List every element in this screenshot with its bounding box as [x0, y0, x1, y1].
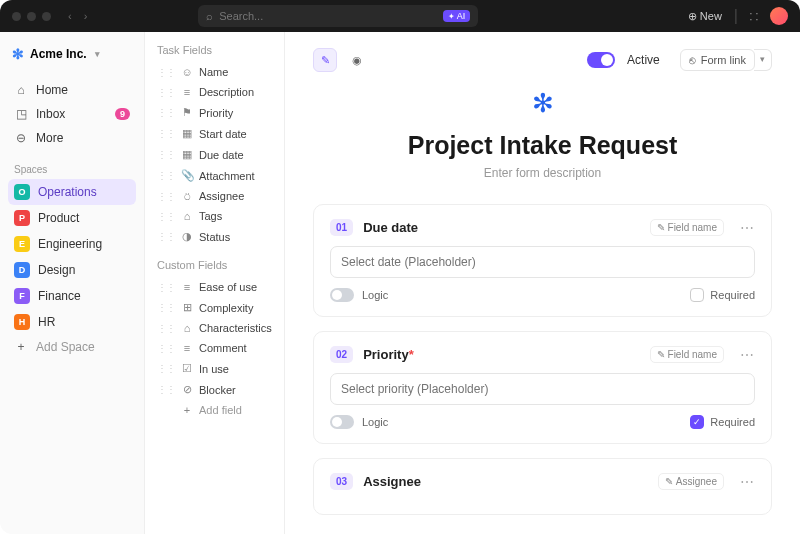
- edit-icon: ✎: [665, 476, 673, 487]
- edit-mode-button[interactable]: ✎: [313, 48, 337, 72]
- field-item[interactable]: ⋮⋮⌂Tags: [153, 206, 276, 226]
- cal-icon: ▦: [181, 127, 193, 140]
- preview-button[interactable]: ◉: [345, 48, 369, 72]
- nav-more[interactable]: ⊖More: [8, 126, 136, 150]
- space-item-hr[interactable]: HHR: [8, 309, 136, 335]
- apps-grid-icon[interactable]: ⸬: [750, 9, 758, 23]
- field-item[interactable]: ⋮⋮≡Description: [153, 82, 276, 102]
- tag-icon: ⌂: [181, 210, 193, 222]
- field-item[interactable]: ⋮⋮▦Start date: [153, 123, 276, 144]
- step-number: 01: [330, 219, 353, 236]
- form-link-button[interactable]: ⎋Form link: [680, 49, 755, 71]
- drag-handle-icon[interactable]: ⋮⋮: [157, 343, 175, 354]
- drag-handle-icon[interactable]: ⋮⋮: [157, 67, 175, 78]
- field-name-chip[interactable]: ✎Field name: [650, 346, 724, 363]
- text-icon: ≡: [181, 86, 193, 98]
- nav-forward-icon[interactable]: ›: [81, 10, 91, 22]
- drag-handle-icon[interactable]: ⋮⋮: [157, 302, 175, 313]
- field-label: Complexity: [199, 302, 253, 314]
- field-item[interactable]: ⋮⋮⊘Blocker: [153, 379, 276, 400]
- field-label: Assignee: [199, 190, 244, 202]
- form-logo-icon[interactable]: ✻: [532, 88, 554, 119]
- new-button[interactable]: ⊕New: [688, 10, 722, 23]
- field-item[interactable]: ⋮⋮≡Ease of use: [153, 277, 276, 297]
- active-toggle[interactable]: [587, 52, 615, 68]
- logic-label: Logic: [362, 416, 388, 428]
- ai-badge[interactable]: ✦ AI: [443, 10, 471, 22]
- add-space-button[interactable]: +Add Space: [8, 335, 136, 359]
- required-label: Required: [710, 416, 755, 428]
- field-item[interactable]: ⋮⋮⚑Priority: [153, 102, 276, 123]
- space-item-operations[interactable]: OOperations: [8, 179, 136, 205]
- workspace-switcher[interactable]: ✻ Acme Inc. ▾: [8, 42, 136, 66]
- drag-handle-icon[interactable]: ⋮⋮: [157, 384, 175, 395]
- field-placeholder-input[interactable]: [330, 373, 755, 405]
- drag-handle-icon[interactable]: ⋮⋮: [157, 128, 175, 139]
- field-placeholder-input[interactable]: [330, 246, 755, 278]
- space-item-design[interactable]: DDesign: [8, 257, 136, 283]
- logic-toggle[interactable]: [330, 415, 354, 429]
- space-item-engineering[interactable]: EEngineering: [8, 231, 136, 257]
- drag-handle-icon[interactable]: ⋮⋮: [157, 282, 175, 293]
- space-badge: H: [14, 314, 30, 330]
- user-avatar[interactable]: [770, 7, 788, 25]
- form-link-dropdown[interactable]: ▾: [754, 49, 772, 71]
- drag-handle-icon[interactable]: ⋮⋮: [157, 191, 175, 202]
- search-input[interactable]: [219, 10, 436, 22]
- space-name: Operations: [38, 185, 97, 199]
- drag-handle-icon[interactable]: ⋮⋮: [157, 87, 175, 98]
- field-label: Characteristics: [199, 322, 272, 334]
- field-item[interactable]: ⋮⋮☑In use: [153, 358, 276, 379]
- space-item-product[interactable]: PProduct: [8, 205, 136, 231]
- form-title[interactable]: Project Intake Request: [313, 131, 772, 160]
- add-field-button[interactable]: ⋮⋮+Add field: [153, 400, 276, 420]
- form-field-card[interactable]: 02Priority*✎Field name⋯Logic✓Required: [313, 331, 772, 444]
- field-label: Comment: [199, 342, 247, 354]
- nav-inbox[interactable]: ◳Inbox9: [8, 102, 136, 126]
- drag-handle-icon[interactable]: ⋮⋮: [157, 149, 175, 160]
- field-name-chip[interactable]: ✎Field name: [650, 219, 724, 236]
- flag-icon: ⚑: [181, 106, 193, 119]
- field-name-chip[interactable]: ✎Assignee: [658, 473, 724, 490]
- global-search[interactable]: ⌕ ✦ AI: [198, 5, 478, 27]
- drag-handle-icon[interactable]: ⋮⋮: [157, 363, 175, 374]
- text-icon: ≡: [181, 342, 193, 354]
- nav-home[interactable]: ⌂Home: [8, 78, 136, 102]
- drag-handle-icon[interactable]: ⋮⋮: [157, 231, 175, 242]
- eye-icon: ◉: [352, 54, 362, 67]
- drag-handle-icon[interactable]: ⋮⋮: [157, 107, 175, 118]
- field-item[interactable]: ⋮⋮☺Name: [153, 62, 276, 82]
- card-title[interactable]: Due date: [363, 220, 418, 235]
- card-title[interactable]: Priority*: [363, 347, 414, 362]
- custom-fields-label: Custom Fields: [153, 257, 276, 273]
- field-item[interactable]: ⋮⋮◑Status: [153, 226, 276, 247]
- field-item[interactable]: ⋮⋮📎Attachment: [153, 165, 276, 186]
- step-number: 03: [330, 473, 353, 490]
- form-description[interactable]: Enter form description: [313, 166, 772, 180]
- block-icon: ⊘: [181, 383, 193, 396]
- drag-handle-icon[interactable]: ⋮⋮: [157, 211, 175, 222]
- form-field-card[interactable]: 03Assignee✎Assignee⋯: [313, 458, 772, 515]
- required-checkbox[interactable]: ✓: [690, 415, 704, 429]
- field-item[interactable]: ⋮⋮⍥Assignee: [153, 186, 276, 206]
- card-menu-icon[interactable]: ⋯: [740, 474, 755, 490]
- logic-toggle[interactable]: [330, 288, 354, 302]
- card-title[interactable]: Assignee: [363, 474, 421, 489]
- card-menu-icon[interactable]: ⋯: [740, 220, 755, 236]
- drag-handle-icon[interactable]: ⋮⋮: [157, 323, 175, 334]
- field-item[interactable]: ⋮⋮▦Due date: [153, 144, 276, 165]
- card-menu-icon[interactable]: ⋯: [740, 347, 755, 363]
- form-field-card[interactable]: 01Due date✎Field name⋯LogicRequired: [313, 204, 772, 317]
- space-badge: E: [14, 236, 30, 252]
- required-checkbox[interactable]: [690, 288, 704, 302]
- edit-icon: ✎: [657, 349, 665, 360]
- space-item-finance[interactable]: FFinance: [8, 283, 136, 309]
- drag-handle-icon[interactable]: ⋮⋮: [157, 170, 175, 181]
- field-item[interactable]: ⋮⋮⌂Characteristics: [153, 318, 276, 338]
- field-item[interactable]: ⋮⋮≡Comment: [153, 338, 276, 358]
- space-name: Engineering: [38, 237, 102, 251]
- field-item[interactable]: ⋮⋮⊞Complexity: [153, 297, 276, 318]
- plus-icon: +: [14, 340, 28, 354]
- nav-back-icon[interactable]: ‹: [65, 10, 75, 22]
- fields-panel: Task Fields ⋮⋮☺Name⋮⋮≡Description⋮⋮⚑Prio…: [145, 32, 285, 534]
